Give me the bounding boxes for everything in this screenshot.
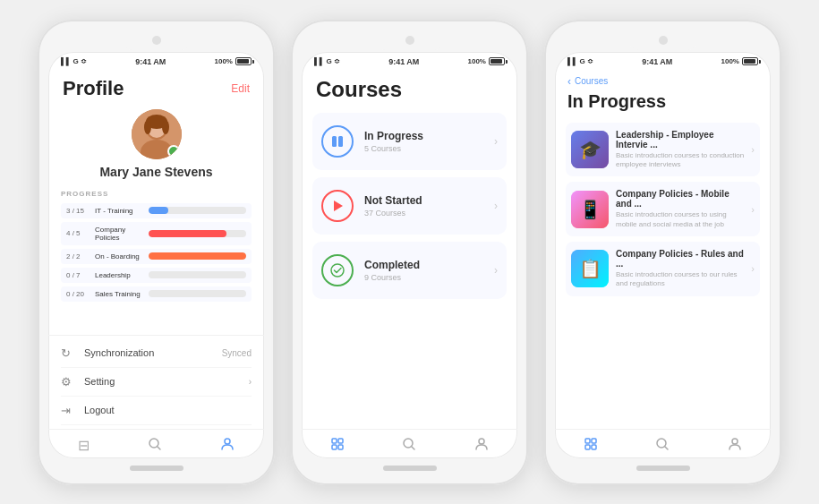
detail-name-leadership: Leadership - Employee Intervie ... xyxy=(616,130,744,149)
detail-info-leadership: Leadership - Employee Intervie ... Basic… xyxy=(616,130,744,170)
chevron-rules-icon: › xyxy=(751,263,755,274)
progress-fraction-1: 4 / 5 xyxy=(66,229,90,237)
course-count-completed: 9 Courses xyxy=(364,273,483,282)
detail-info-mobile: Company Policies - Mobile and ... Basic … xyxy=(616,189,744,229)
svg-rect-28 xyxy=(585,445,590,449)
svg-line-19 xyxy=(412,447,414,449)
profile-header: Profile Edit xyxy=(48,70,264,104)
signal-3: ▌▌ G ≎ xyxy=(567,57,593,65)
course-name-completed: Completed xyxy=(364,259,483,271)
edit-button[interactable]: Edit xyxy=(231,82,250,95)
battery-pct-1: 100% xyxy=(215,57,233,65)
progress-label: PROGRESS xyxy=(61,190,252,198)
battery-icon-2 xyxy=(489,57,505,65)
battery-icon-3 xyxy=(742,57,758,65)
nav-home-2[interactable] xyxy=(330,437,345,455)
progress-name-2: On - Boarding xyxy=(95,252,143,261)
phone-home-3 xyxy=(636,466,690,471)
course-count-inprogress: 5 Courses xyxy=(364,144,483,153)
svg-rect-30 xyxy=(592,445,596,449)
progress-fraction-0: 3 / 15 xyxy=(66,207,90,215)
avatar-section: Mary Jane Stevens xyxy=(48,104,264,186)
detail-list: 🎓 Leadership - Employee Intervie ... Bas… xyxy=(555,115,771,429)
progress-bar-2 xyxy=(149,252,246,260)
menu-item-settings[interactable]: ⚙ Setting › xyxy=(61,368,252,397)
time-2: 9:41 AM xyxy=(388,57,419,66)
svg-rect-11 xyxy=(338,136,343,147)
progress-row-0: 3 / 15 IT - Training xyxy=(61,203,252,218)
progress-bar-container-2 xyxy=(149,252,246,260)
svg-point-6 xyxy=(162,120,169,134)
svg-text:📱: 📱 xyxy=(579,199,601,220)
detail-name-rules: Company Policies - Rules and ... xyxy=(616,249,744,269)
course-name-inprogress: In Progress xyxy=(364,130,483,142)
menu-item-logout[interactable]: ⇥ Logout xyxy=(61,397,252,425)
bottom-nav-2 xyxy=(302,429,517,458)
svg-point-20 xyxy=(479,439,484,444)
phone-profile: ▌▌ G ≎ 9:41 AM 100% Profile Edit xyxy=(38,20,275,485)
svg-text:📋: 📋 xyxy=(579,258,601,279)
nav-home-1[interactable]: ⊟ xyxy=(78,437,90,454)
svg-rect-29 xyxy=(592,439,596,443)
svg-rect-16 xyxy=(338,439,343,443)
detail-desc-leadership: Basic introduction courses to conduction… xyxy=(616,151,744,170)
nav-profile-2[interactable] xyxy=(474,437,489,455)
nav-home-3[interactable] xyxy=(584,437,598,455)
chevron-completed-icon: › xyxy=(494,264,498,277)
course-item-completed[interactable]: Completed 9 Courses › xyxy=(312,242,507,299)
course-item-inprogress[interactable]: In Progress 5 Courses › xyxy=(312,113,507,170)
battery-pct-2: 100% xyxy=(468,57,486,65)
detail-item-mobile[interactable]: 📱 Company Policies - Mobile and ... Basi… xyxy=(566,182,760,236)
user-name: Mary Jane Stevens xyxy=(99,165,212,179)
nav-search-1[interactable] xyxy=(148,437,162,455)
phone-home-1 xyxy=(130,466,183,471)
svg-rect-17 xyxy=(338,445,343,449)
svg-rect-27 xyxy=(585,439,590,443)
status-bar-1: ▌▌ G ≎ 9:41 AM 100% xyxy=(48,52,264,70)
detail-title: In Progress xyxy=(567,91,758,112)
chevron-inprogress-icon: › xyxy=(494,135,498,148)
course-icon-completed xyxy=(321,254,354,286)
progress-row-3: 0 / 7 Leadership xyxy=(61,268,252,283)
courses-header: Courses xyxy=(302,70,517,106)
progress-row-2: 2 / 2 On - Boarding xyxy=(61,249,252,264)
nav-search-2[interactable] xyxy=(402,437,416,455)
progress-bar-container-0 xyxy=(149,207,246,214)
course-item-notstarted[interactable]: Not Started 37 Courses › xyxy=(312,177,507,235)
battery-area-2: 100% xyxy=(468,57,505,65)
phone-detail: ▌▌ G ≎ 9:41 AM 100% ‹ Courses In Progres… xyxy=(544,20,781,485)
phone-notch-2 xyxy=(374,30,446,50)
nav-profile-3[interactable] xyxy=(728,437,742,455)
bottom-nav-1: ⊟ xyxy=(48,429,264,458)
progress-name-1: Company Policies xyxy=(95,226,143,242)
course-count-notstarted: 37 Courses xyxy=(364,209,483,218)
detail-item-rules[interactable]: 📋 Company Policies - Rules and ... Basic… xyxy=(566,242,760,296)
svg-rect-10 xyxy=(332,136,337,147)
menu-text-logout: Logout xyxy=(84,405,252,415)
time-1: 9:41 AM xyxy=(135,57,166,66)
progress-fraction-3: 0 / 7 xyxy=(66,271,90,279)
nav-profile-1[interactable] xyxy=(220,437,235,455)
course-info-inprogress: In Progress 5 Courses xyxy=(364,130,483,153)
progress-name-0: IT - Training xyxy=(95,207,143,215)
detail-item-leadership[interactable]: 🎓 Leadership - Employee Intervie ... Bas… xyxy=(566,123,760,177)
course-icon-notstarted xyxy=(321,190,354,222)
battery-pct-3: 100% xyxy=(721,57,739,65)
avatar xyxy=(132,109,182,159)
menu-section: ↻ Synchronization Synced ⚙ Setting › ⇥ L… xyxy=(48,335,264,429)
course-name-notstarted: Not Started xyxy=(364,194,483,207)
back-button[interactable]: ‹ Courses xyxy=(567,75,758,88)
nav-search-3[interactable] xyxy=(655,437,670,455)
screen-container: ▌▌ G ≎ 9:41 AM 100% Profile Edit xyxy=(20,2,799,503)
svg-line-8 xyxy=(158,447,160,449)
menu-item-sync[interactable]: ↻ Synchronization Synced xyxy=(61,339,252,368)
menu-right-settings: › xyxy=(249,377,252,387)
svg-point-13 xyxy=(331,264,344,277)
mobile-thumbnail: 📱 xyxy=(571,191,609,228)
battery-area-1: 100% xyxy=(215,57,252,65)
svg-point-33 xyxy=(732,439,738,444)
detail-desc-rules: Basic introduction courses to our rules … xyxy=(616,270,744,289)
phone-home-2 xyxy=(383,466,437,471)
progress-row-4: 0 / 20 Sales Training xyxy=(61,286,252,302)
svg-rect-14 xyxy=(332,439,337,443)
